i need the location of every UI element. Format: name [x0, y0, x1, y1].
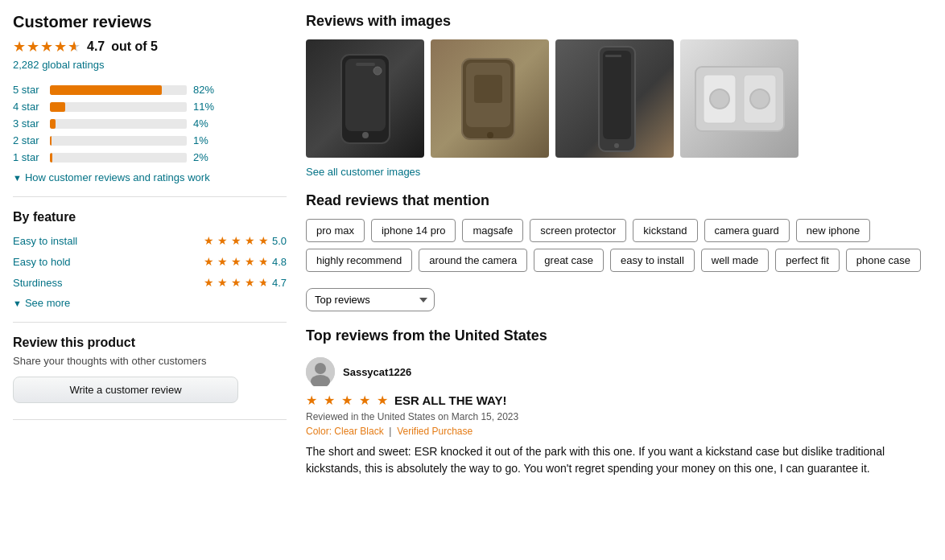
phone-case-image-1 [333, 51, 398, 147]
chevron-down-icon: ▼ [13, 173, 22, 183]
svg-point-7 [487, 132, 493, 138]
svg-point-16 [710, 89, 729, 109]
left-panel: Customer reviews ★ ★ ★ ★ ★ 4.7 out of 5 … [13, 13, 287, 547]
feature-rating-easy-install[interactable]: 5.0 [272, 235, 287, 247]
top-reviews-title: Top reviews from the United States [306, 327, 932, 344]
star-3: ★ [40, 38, 53, 56]
svg-rect-12 [605, 55, 621, 57]
overall-stars: ★ ★ ★ ★ ★ [13, 38, 80, 56]
review-color-label: Color: Clear Black [306, 426, 384, 437]
svg-point-4 [373, 67, 382, 75]
bar-fill-4star [50, 102, 65, 112]
review-star-4: ★ [359, 393, 370, 408]
review-color-info: Color: Clear Black | Verified Purchase [306, 426, 932, 437]
feature-name-easy-hold[interactable]: Easy to hold [13, 256, 71, 268]
tag-well-made[interactable]: well made [701, 249, 770, 272]
by-feature-title: By feature [13, 210, 287, 224]
review-image-3[interactable] [555, 39, 674, 158]
review-images-row [306, 39, 932, 158]
see-more-features-link[interactable]: ▼ See more [13, 297, 287, 309]
bar-label-4star[interactable]: 4 star [13, 101, 43, 113]
svg-point-19 [315, 363, 326, 374]
bar-pct-2star[interactable]: 1% [193, 134, 217, 146]
feature-rating-easy-hold[interactable]: 4.8 [272, 256, 287, 268]
global-ratings[interactable]: 2,282 global ratings [13, 59, 287, 71]
tag-iphone-14-pro[interactable]: iphone 14 pro [371, 219, 456, 242]
tag-new-iphone[interactable]: new iphone [796, 219, 871, 242]
read-reviews-title: Read reviews that mention [306, 192, 932, 209]
tag-phone-case[interactable]: phone case [846, 249, 921, 272]
how-reviews-link[interactable]: ▼ How customer reviews and ratings work [13, 171, 287, 183]
feature-row-easy-install: Easy to install ★ ★ ★ ★ ★ 5.0 [13, 234, 287, 247]
feature-stars-sturdiness: ★ ★ ★ ★ ★ 4.7 [204, 276, 287, 289]
bar-pct-3star[interactable]: 4% [193, 117, 217, 130]
tag-easy-to-install[interactable]: easy to install [610, 249, 695, 272]
divider-1 [13, 196, 287, 197]
bar-row-3: 3 star 4% [13, 117, 287, 130]
bar-container-5star [50, 85, 187, 95]
tag-kickstand[interactable]: kickstand [633, 219, 697, 242]
review-image-1[interactable] [306, 39, 424, 158]
sort-dropdown[interactable]: Top reviews Most recent Top critical [306, 288, 435, 311]
reviewer-name[interactable]: Sassycat1226 [343, 366, 411, 378]
review-star-2: ★ [324, 393, 335, 408]
bar-pct-5star[interactable]: 82% [193, 84, 217, 96]
bar-pct-4star[interactable]: 11% [193, 101, 217, 113]
feature-name-easy-install[interactable]: Easy to install [13, 235, 77, 247]
svg-rect-8 [474, 75, 502, 103]
star-2: ★ [27, 38, 39, 56]
right-panel: Reviews with images [306, 13, 932, 547]
review-body: The short and sweet: ESR knocked it out … [306, 443, 932, 477]
svg-rect-3 [356, 63, 375, 66]
feature-name-sturdiness[interactable]: Sturdiness [13, 277, 62, 289]
tag-highly-recommend[interactable]: highly recommend [306, 249, 412, 272]
review-stars-row: ★ ★ ★ ★ ★ ESR ALL THE WAY! [306, 393, 932, 408]
bar-label-5star[interactable]: 5 star [13, 84, 43, 96]
bar-row-4: 4 star 11% [13, 101, 287, 113]
tag-screen-protector[interactable]: screen protector [530, 219, 626, 242]
review-image-2[interactable] [431, 39, 549, 158]
bar-container-3star [50, 119, 187, 129]
see-all-images-link[interactable]: See all customer images [306, 166, 932, 178]
svg-point-17 [750, 89, 770, 109]
bar-fill-5star [50, 85, 162, 95]
tag-around-the-camera[interactable]: around the camera [419, 249, 527, 272]
feature-row-easy-hold: Easy to hold ★ ★ ★ ★ ★ 4.8 [13, 255, 287, 268]
tag-camera-guard[interactable]: camera guard [704, 219, 790, 242]
tag-magsafe[interactable]: magsafe [462, 219, 523, 242]
rating-score: 4.7 [87, 39, 105, 54]
bar-pct-1star[interactable]: 2% [193, 151, 217, 163]
tag-perfect-fit[interactable]: perfect fit [775, 249, 839, 272]
avatar-icon [306, 357, 335, 386]
tag-pro-max[interactable]: pro max [306, 219, 365, 242]
feature-rating-sturdiness[interactable]: 4.7 [272, 277, 287, 289]
review-star-3: ★ [341, 393, 353, 408]
divider-2 [13, 322, 287, 323]
svg-point-11 [614, 143, 619, 148]
bar-label-2star[interactable]: 2 star [13, 134, 43, 146]
chevron-down-icon-features: ▼ [13, 299, 22, 308]
bar-container-1star [50, 153, 187, 163]
tag-great-case[interactable]: great case [534, 249, 604, 272]
bar-label-1star[interactable]: 1 star [13, 151, 43, 163]
verified-purchase-badge: Verified Purchase [397, 426, 472, 437]
review-star-1: ★ [306, 393, 317, 408]
review-star-5: ★ [377, 393, 388, 408]
bar-container-4star [50, 102, 187, 112]
star-1: ★ [13, 38, 26, 56]
overall-rating: ★ ★ ★ ★ ★ 4.7 out of 5 [13, 38, 287, 56]
review-title: ESR ALL THE WAY! [394, 393, 506, 407]
tags-container: pro max iphone 14 pro magsafe screen pro… [306, 219, 932, 272]
rating-out-of: out of 5 [111, 39, 158, 54]
sort-dropdown-container: Top reviews Most recent Top critical [306, 288, 932, 311]
phone-case-image-4 [691, 63, 788, 135]
reviewer-row: Sassycat1226 [306, 357, 932, 386]
feature-row-sturdiness: Sturdiness ★ ★ ★ ★ ★ 4.7 [13, 276, 287, 289]
share-thoughts-text: Share your thoughts with other customers [13, 355, 287, 367]
bar-label-3star[interactable]: 3 star [13, 117, 43, 130]
review-image-4[interactable] [680, 39, 799, 158]
write-review-button[interactable]: Write a customer review [13, 377, 238, 403]
reviewer-avatar [306, 357, 335, 386]
feature-stars-easy-install: ★ ★ ★ ★ ★ 5.0 [204, 234, 287, 247]
bar-fill-3star [50, 119, 56, 129]
